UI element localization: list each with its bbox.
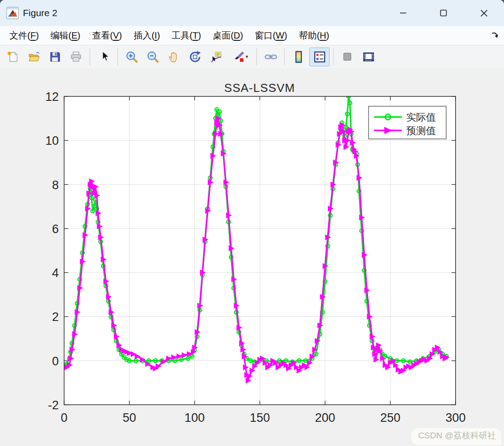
- plot-tools-dock-button[interactable]: [358, 48, 378, 66]
- title-bar: Figure 2: [0, 0, 504, 26]
- y-tick-label: 0: [52, 355, 59, 368]
- x-tick-label: 300: [445, 411, 465, 424]
- y-tick-label: -2: [48, 398, 59, 412]
- insert-legend-button[interactable]: [309, 48, 330, 66]
- y-tick-label: 10: [45, 134, 59, 147]
- toolbar-separator: [117, 48, 118, 65]
- y-tick-label: 12: [45, 90, 59, 104]
- toolbar-separator: [284, 48, 285, 65]
- x-tick-label: 200: [315, 411, 335, 424]
- dock-figure-arrow-icon[interactable]: [491, 31, 500, 40]
- toolbar: ▾: [0, 45, 504, 69]
- menu-bar: 文件(F)编辑(E)查看(V)插入(I)工具(T)桌面(D)窗口(W)帮助(H): [0, 26, 504, 45]
- zoom-in-icon: [125, 50, 139, 64]
- menu-desktop[interactable]: 桌面(D): [207, 30, 249, 42]
- dropdown-caret-icon[interactable]: ▾: [246, 54, 248, 60]
- zoom-out-button[interactable]: [143, 48, 163, 66]
- edit-plot-button[interactable]: [94, 48, 114, 66]
- print-figure-icon: [70, 50, 83, 64]
- y-tick-label: 8: [52, 178, 59, 192]
- x-tick-label: 100: [184, 411, 204, 424]
- y-tick-label: 4: [52, 266, 59, 280]
- chart-title: SSA-LSSVM: [224, 81, 295, 95]
- zoom-in-button[interactable]: [122, 48, 142, 66]
- legend-icon: [313, 50, 326, 64]
- plot-svg: SSA-LSSVM 050100150200250300-2024681012实…: [0, 68, 504, 446]
- open-file-button[interactable]: [24, 48, 44, 66]
- menu-help[interactable]: 帮助(H): [293, 30, 335, 42]
- arrow-cursor-icon: [97, 50, 111, 64]
- figure-canvas: SSA-LSSVM 050100150200250300-2024681012实…: [0, 68, 504, 446]
- new-figure-icon: [6, 50, 20, 64]
- minimize-button[interactable]: [383, 0, 423, 26]
- maximize-icon: [440, 9, 447, 17]
- x-tick-label: 50: [122, 411, 136, 424]
- menu-view[interactable]: 查看(V): [86, 30, 128, 42]
- legend-label-0: 实际值: [406, 112, 436, 123]
- maximize-button[interactable]: [423, 0, 464, 26]
- x-tick-label: 250: [380, 411, 400, 424]
- toolbar-separator: [333, 48, 334, 65]
- figure-window: Figure 2 文件(F)编辑(E)查看(V)插入(I)工具(T)桌面(D)窗…: [0, 0, 504, 446]
- watermark: CSDN @荔枝科研社: [411, 428, 501, 445]
- plot-tools-off-button[interactable]: [337, 48, 357, 66]
- save-figure-icon: [48, 50, 62, 64]
- link-chain-icon: [264, 50, 278, 64]
- close-button[interactable]: [464, 0, 504, 26]
- colorbar-icon: [292, 50, 305, 64]
- toolbar-separator: [90, 48, 90, 65]
- gray-square-icon: [341, 50, 354, 64]
- minimize-icon: [400, 9, 407, 17]
- rotate-3d-button[interactable]: [185, 48, 205, 66]
- window-title: Figure 2: [23, 8, 57, 18]
- menu-window[interactable]: 窗口(W): [249, 30, 293, 42]
- data-cursor-icon: [209, 50, 223, 64]
- pan-hand-icon: [167, 50, 181, 64]
- open-file-icon: [27, 50, 41, 64]
- menu-insert[interactable]: 插入(I): [128, 30, 166, 42]
- x-tick-label: 150: [250, 411, 270, 424]
- zoom-out-icon: [146, 50, 160, 64]
- window-controls: [383, 0, 504, 26]
- menu-file[interactable]: 文件(F): [4, 30, 45, 42]
- menu-edit[interactable]: 编辑(E): [45, 30, 87, 42]
- menu-tools[interactable]: 工具(T): [166, 30, 207, 42]
- pan-button[interactable]: [164, 48, 184, 66]
- toolbar-separator: [256, 48, 257, 65]
- brush-data-button[interactable]: ▾: [227, 48, 253, 66]
- x-tick-label: 0: [61, 411, 67, 424]
- link-plot-button[interactable]: [261, 48, 281, 66]
- print-figure-button[interactable]: [66, 48, 86, 66]
- brush-icon: [232, 50, 245, 64]
- close-icon: [480, 9, 488, 17]
- dock-window-icon: [362, 50, 375, 64]
- y-tick-label: 2: [52, 310, 59, 324]
- rotate-3d-icon: [188, 50, 202, 64]
- insert-colorbar-button[interactable]: [288, 48, 308, 66]
- y-tick-label: 6: [52, 222, 59, 236]
- new-figure-button[interactable]: [3, 48, 23, 66]
- data-cursor-button[interactable]: [206, 48, 226, 66]
- legend-label-1: 预测值: [406, 125, 436, 136]
- save-figure-button[interactable]: [45, 48, 65, 66]
- matlab-logo-icon: [6, 7, 19, 19]
